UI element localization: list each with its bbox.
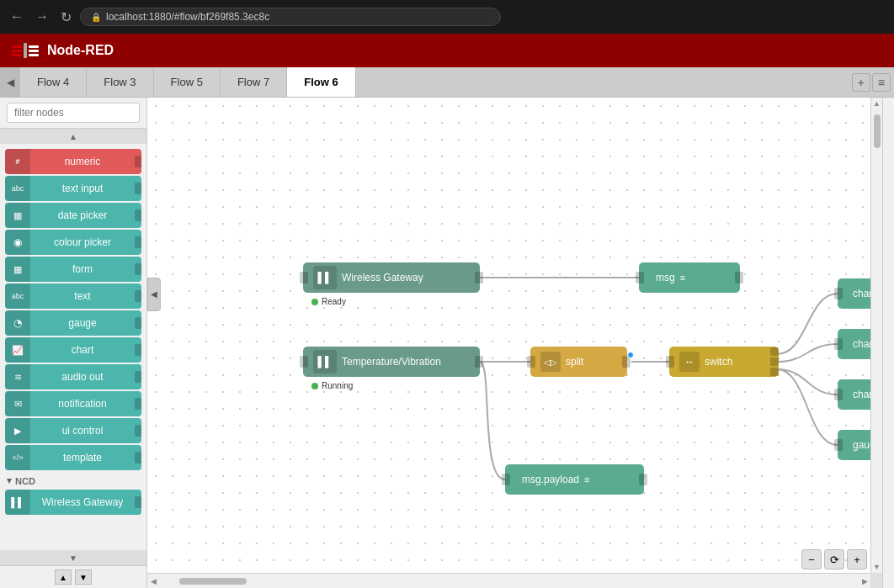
switch-label: switch: [700, 356, 770, 368]
right-port-switch-3: [770, 368, 779, 376]
app-title: Node-RED: [47, 43, 114, 58]
payload-menu-icon: ≡: [584, 474, 589, 485]
canvas-area[interactable]: ▌▌ Wireless Gateway Ready msg ≡: [147, 98, 882, 588]
sidebar-nav-up[interactable]: ▲: [55, 569, 72, 585]
sidebar-nodes: # numeric abc text input ▦ date picker ◉…: [0, 144, 146, 550]
numeric-port: [135, 156, 141, 167]
scrollbar-thumb-v[interactable]: [874, 114, 881, 148]
msg-menu-icon: ≡: [680, 273, 685, 283]
node-text[interactable]: abc text: [5, 283, 141, 309]
tab-flow7[interactable]: Flow 7: [221, 67, 287, 97]
split-port-dot: [627, 352, 634, 358]
gauge-icon: ◔: [5, 310, 30, 336]
text-input-icon: abc: [5, 176, 30, 201]
date-picker-icon: ▦: [5, 203, 30, 228]
scroll-up-arrow[interactable]: ▲: [871, 98, 883, 109]
scroll-left-arrow[interactable]: ◀: [147, 575, 159, 587]
scroll-down-arrow[interactable]: ▼: [871, 561, 883, 573]
tab-flow6[interactable]: Flow 6: [287, 67, 355, 97]
node-ui-control[interactable]: ▶ ui control: [5, 418, 141, 443]
tab-scroll-left[interactable]: ◀: [0, 67, 20, 97]
node-numeric[interactable]: # numeric: [5, 149, 141, 174]
switch-icon: ↔: [679, 352, 700, 372]
tv-status: Running: [311, 381, 353, 390]
address-bar[interactable]: 🔒 localhost:1880/#flow/bf269f85.3ec8c: [80, 8, 501, 26]
zoom-in-button[interactable]: +: [847, 549, 867, 569]
node-text-input[interactable]: abc text input: [5, 176, 141, 201]
template-icon: </>: [5, 445, 30, 470]
sidebar: ▲ # numeric abc text input ▦ date picker…: [0, 98, 147, 588]
node-wireless-gateway[interactable]: ▌▌ Wireless Gateway: [5, 490, 141, 515]
node-wireless-gateway-canvas[interactable]: ▌▌ Wireless Gateway Ready: [303, 262, 480, 293]
node-template[interactable]: </> template: [5, 445, 141, 470]
lock-icon: 🔒: [91, 13, 101, 22]
flow-menu-button[interactable]: ≡: [872, 73, 891, 92]
zoom-reset-button[interactable]: ⟳: [824, 549, 844, 569]
wg-status-text: Ready: [322, 297, 346, 306]
wireless-gateway-icon: ▌▌: [5, 490, 30, 515]
node-chart[interactable]: 📈 chart: [5, 337, 141, 363]
zoom-out-button[interactable]: −: [801, 549, 822, 569]
form-icon: ▦: [5, 257, 30, 282]
right-port-tv: [475, 356, 483, 368]
template-port: [135, 452, 141, 464]
numeric-label: numeric: [30, 156, 135, 167]
nodered-logo: [10, 40, 40, 61]
node-msg-payload-canvas[interactable]: msg.payload ≡: [505, 464, 644, 495]
split-label: split: [561, 356, 619, 368]
audio-out-port: [135, 371, 141, 383]
tv-status-dot: [311, 383, 318, 389]
notification-port: [135, 398, 141, 410]
node-notification[interactable]: ✉ notification: [5, 391, 141, 416]
scrollbar-thumb-h[interactable]: [179, 578, 247, 585]
ui-control-port: [135, 425, 141, 437]
canvas-controls: − ⟳ +: [801, 549, 867, 569]
scroll-right-arrow[interactable]: ▶: [859, 575, 870, 587]
node-switch-canvas[interactable]: ↔ switch: [669, 347, 779, 377]
reload-button[interactable]: ↻: [57, 8, 75, 27]
ui-control-icon: ▶: [5, 418, 30, 443]
sidebar-scroll-up[interactable]: ▲: [0, 129, 146, 144]
search-input[interactable]: [7, 103, 140, 123]
category-arrow: ▾: [7, 475, 12, 486]
canvas-scrollbar-vertical[interactable]: ▲ ▼: [870, 98, 882, 573]
tab-flow3[interactable]: Flow 3: [87, 67, 153, 97]
left-port-switch: [666, 356, 674, 368]
category-label: NCD: [15, 476, 35, 486]
right-port-msg: [735, 272, 743, 283]
node-audio-out[interactable]: ≋ audio out: [5, 364, 141, 389]
add-flow-button[interactable]: +: [852, 73, 870, 92]
category-ncd[interactable]: ▾ NCD: [0, 472, 146, 488]
text-port: [135, 290, 141, 302]
node-colour-picker[interactable]: ◉ colour picker: [5, 230, 141, 255]
svg-rect-2: [12, 54, 22, 56]
sidebar-search-area: [0, 98, 146, 129]
tv-status-text: Running: [322, 381, 353, 390]
text-icon: abc: [5, 283, 30, 309]
text-input-label: text input: [30, 183, 135, 194]
node-form[interactable]: ▦ form: [5, 257, 141, 282]
audio-out-icon: ≋: [5, 364, 30, 389]
node-gauge[interactable]: ◔ gauge: [5, 310, 141, 336]
tab-flow4[interactable]: Flow 4: [20, 67, 87, 97]
node-split-canvas[interactable]: ◁▷ split: [530, 347, 627, 377]
canvas-corner: [870, 573, 882, 588]
node-date-picker[interactable]: ▦ date picker: [5, 203, 141, 228]
node-temp-vibration-canvas[interactable]: ▌▌ Temperature/Vibration Running: [303, 347, 480, 377]
colour-picker-icon: ◉: [5, 230, 30, 255]
tv-label: Temperature/Vibration: [337, 356, 470, 368]
back-button[interactable]: ←: [7, 8, 27, 26]
chart-icon: 📈: [5, 337, 30, 363]
wg-icon: ▌▌: [313, 266, 337, 289]
wireless-gateway-label: Wireless Gateway: [30, 496, 135, 508]
sidebar-nav-down[interactable]: ▼: [75, 569, 92, 585]
sidebar-scroll-down[interactable]: ▼: [0, 550, 146, 565]
node-msg-canvas[interactable]: msg ≡: [639, 262, 740, 293]
forward-button[interactable]: →: [32, 8, 52, 26]
canvas-scrollbar-horizontal[interactable]: ◀ ▶: [147, 573, 870, 588]
gauge-label: gauge: [30, 317, 135, 329]
sidebar-collapse-button[interactable]: ◀: [147, 278, 161, 311]
left-port-tv: [300, 356, 308, 368]
tab-flow5[interactable]: Flow 5: [154, 67, 221, 97]
app-header: Node-RED: [0, 34, 894, 67]
